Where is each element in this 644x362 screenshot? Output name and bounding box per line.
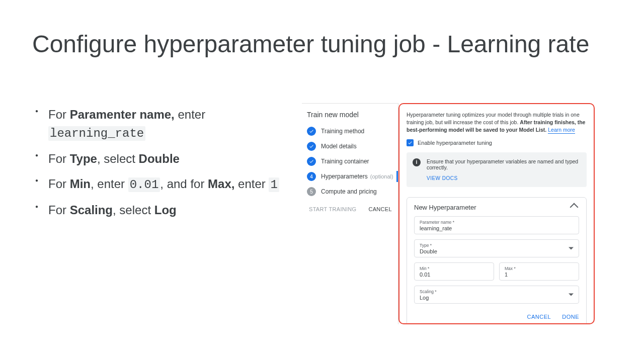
bold: Scaling <box>70 203 113 217</box>
step-label: Training container <box>321 158 369 165</box>
enable-row: Enable hyperparameter tuning <box>407 139 587 146</box>
text: enter <box>175 108 205 121</box>
step-number-icon: 5 <box>307 187 316 196</box>
intro-text: Hyperparameter tuning optimizes your mod… <box>407 111 587 134</box>
info-banner: i Ensure that your hyperparameter variab… <box>407 152 587 187</box>
field-value: Log <box>420 295 574 301</box>
banner-message: Ensure that your hyperparameter variable… <box>427 158 581 170</box>
field-value: Double <box>420 248 574 254</box>
dropdown-icon <box>569 293 574 296</box>
field-label: Parameter name * <box>420 220 574 225</box>
sidebar-title: Train new model <box>307 111 394 119</box>
enable-label: Enable hyperparameter tuning <box>418 140 492 146</box>
step-hyperparameters[interactable]: 4 Hyperparameters (optional) <box>306 169 394 184</box>
scaling-field[interactable]: Scaling * Log <box>414 286 579 304</box>
field-label: Min * <box>420 266 489 271</box>
field-label: Scaling * <box>420 289 574 294</box>
instruction-list: For Paramenter name, enter learning_rate… <box>32 106 294 226</box>
bold: Paramenter name, <box>70 108 175 121</box>
bold: Double <box>139 152 180 165</box>
text: , and for <box>160 177 208 191</box>
max-field[interactable]: Max * 1 <box>499 262 579 281</box>
start-training-button[interactable]: START TRAINING <box>309 206 356 212</box>
hyperparameter-card: New Hyperparameter Parameter name * lear… <box>407 197 587 324</box>
bullet-4: For Scaling, select Log <box>32 201 294 219</box>
field-label: Type * <box>420 243 574 248</box>
card-title: New Hyperparameter <box>414 204 476 211</box>
screenshot-panel: Train new model Training method Model de… <box>302 103 595 324</box>
text: For <box>48 177 70 191</box>
chevron-up-icon <box>570 203 579 212</box>
info-icon: i <box>413 158 421 166</box>
text: For <box>48 108 70 121</box>
field-value: learning_rate <box>420 225 574 231</box>
step-label: Training method <box>321 128 364 135</box>
hyperparameter-panel: Hyperparameter tuning optimizes your mod… <box>398 103 595 324</box>
field-label: Max * <box>505 266 574 271</box>
text: , enter <box>91 177 128 191</box>
step-model-details[interactable]: Model details <box>306 139 394 154</box>
check-icon <box>307 142 316 151</box>
parameter-name-field[interactable]: Parameter name * learning_rate <box>414 216 579 234</box>
code: 1 <box>269 177 279 192</box>
bold: Min <box>70 177 91 191</box>
card-header[interactable]: New Hyperparameter <box>414 204 579 211</box>
field-value: 1 <box>505 272 574 278</box>
bullet-3: For Min, enter 0.01, and for Max, enter … <box>32 175 294 194</box>
bold: Log <box>154 203 177 217</box>
slide-title: Configure hyperparameter tuning job - Le… <box>32 30 589 58</box>
field-value: 0.01 <box>420 272 489 278</box>
dropdown-icon <box>569 247 574 249</box>
code: learning_rate <box>48 126 145 141</box>
step-training-method[interactable]: Training method <box>306 124 394 139</box>
view-docs-link[interactable]: VIEW DOCS <box>427 175 581 181</box>
text: , select <box>97 152 139 165</box>
step-label: Model details <box>321 143 357 150</box>
enable-checkbox[interactable] <box>407 139 414 146</box>
step-number-icon: 4 <box>307 172 316 181</box>
text: For <box>48 203 70 217</box>
bullet-2: For Type, select Double <box>32 150 294 168</box>
min-field[interactable]: Min * 0.01 <box>414 262 494 281</box>
cancel-button[interactable]: CANCEL <box>368 206 391 212</box>
bullet-1: For Paramenter name, enter learning_rate <box>32 106 294 143</box>
check-icon <box>307 157 316 166</box>
step-label: Hyperparameters <box>321 173 368 180</box>
bold: Type <box>70 152 97 165</box>
card-cancel-button[interactable]: CANCEL <box>527 314 551 320</box>
sidebar-actions: START TRAINING CANCEL <box>309 206 394 212</box>
text: enter <box>234 177 269 191</box>
type-field[interactable]: Type * Double <box>414 239 579 257</box>
step-training-container[interactable]: Training container <box>306 154 394 169</box>
card-done-button[interactable]: DONE <box>562 314 579 320</box>
check-icon <box>307 127 316 136</box>
bold: Max, <box>208 177 234 191</box>
step-compute-pricing[interactable]: 5 Compute and pricing <box>306 184 394 199</box>
card-actions: CANCEL DONE <box>414 314 579 320</box>
text: For <box>48 152 70 165</box>
learn-more-link[interactable]: Learn more <box>548 127 575 134</box>
text: , select <box>113 203 154 217</box>
wizard-sidebar: Train new model Training method Model de… <box>302 103 398 324</box>
step-label: Compute and pricing <box>321 188 377 195</box>
step-optional-label: (optional) <box>369 173 393 179</box>
code: 0.01 <box>128 177 160 192</box>
